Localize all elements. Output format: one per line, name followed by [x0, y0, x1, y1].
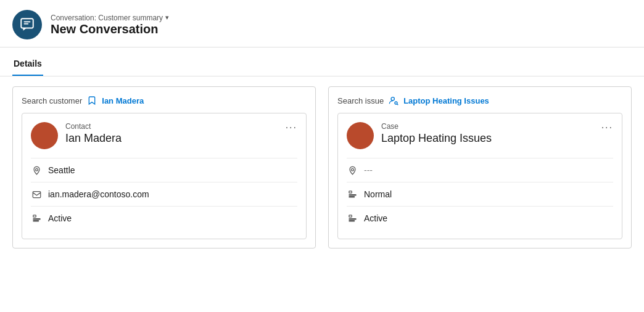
svg-rect-0 [21, 18, 33, 28]
customer-card-header: Contact Ian Madera ··· [31, 122, 297, 149]
customer-field-location: Seattle [31, 158, 297, 182]
customer-card-type: Contact [65, 122, 286, 131]
issue-panel: Search issue Laptop Heating Issues Case … [328, 86, 632, 248]
bookmark-icon [87, 96, 97, 105]
svg-point-3 [35, 168, 38, 171]
customer-card: Contact Ian Madera ··· Seattle [22, 113, 307, 239]
status-icon [347, 213, 358, 224]
svg-rect-4 [33, 191, 41, 197]
customer-panel: Search customer Ian Madera Contact Ian M… [12, 86, 316, 248]
customer-card-more-button[interactable]: ··· [286, 122, 297, 133]
customer-location-value: Seattle [48, 165, 75, 175]
customer-field-status: Active [31, 206, 297, 230]
issue-card-name: Laptop Heating Issues [381, 132, 601, 145]
svg-rect-16 [349, 218, 355, 219]
svg-rect-14 [349, 196, 354, 197]
chevron-down-icon[interactable]: ▾ [165, 14, 169, 22]
header-subtitle: Conversation: Customer summary ▾ [51, 14, 169, 22]
main-content: Search customer Ian Madera Contact Ian M… [0, 76, 644, 258]
svg-rect-17 [349, 220, 354, 221]
issue-field-id: --- [347, 158, 613, 182]
svg-point-11 [351, 168, 353, 171]
customer-status-value: Active [48, 213, 72, 223]
svg-rect-13 [349, 194, 355, 195]
customer-avatar [31, 122, 58, 149]
customer-title-block: Contact Ian Madera [65, 122, 286, 145]
svg-rect-2 [24, 23, 29, 25]
header-text-block: Conversation: Customer summary ▾ New Con… [51, 14, 169, 36]
header-app-icon [12, 10, 42, 39]
issue-status-value: Active [364, 213, 387, 223]
svg-rect-12 [349, 191, 351, 192]
page-title: New Conversation [51, 22, 169, 36]
location-icon [347, 165, 358, 176]
svg-rect-15 [349, 215, 351, 216]
svg-rect-6 [33, 218, 39, 219]
tab-details[interactable]: Details [12, 52, 43, 76]
person-search-icon [389, 96, 398, 105]
customer-search-label: Search customer [22, 96, 82, 105]
issue-search-label: Search issue [337, 96, 384, 105]
conversation-icon [19, 17, 35, 33]
svg-rect-1 [24, 22, 31, 23]
email-icon [31, 189, 42, 200]
customer-search-row: Search customer Ian Madera [22, 96, 307, 105]
issue-card-header: Case Laptop Heating Issues ··· [347, 122, 613, 149]
issue-search-row: Search issue Laptop Heating Issues [337, 96, 622, 105]
svg-point-8 [391, 97, 394, 101]
svg-rect-5 [33, 215, 35, 216]
issue-priority-value: Normal [364, 189, 392, 199]
location-icon [31, 165, 42, 176]
issue-search-value[interactable]: Laptop Heating Issues [403, 96, 489, 105]
issue-card-type: Case [381, 122, 601, 131]
customer-email-value: ian.madera@contoso.com [48, 189, 149, 199]
svg-line-10 [397, 104, 398, 105]
svg-rect-7 [33, 220, 38, 221]
issue-id-value: --- [364, 165, 373, 175]
issue-card-more-button[interactable]: ··· [601, 122, 613, 133]
customer-card-name: Ian Madera [65, 132, 286, 145]
customer-search-value[interactable]: Ian Madera [102, 96, 144, 105]
issue-avatar [347, 122, 374, 149]
priority-icon [347, 189, 358, 200]
issue-field-priority: Normal [347, 182, 613, 206]
customer-field-email: ian.madera@contoso.com [31, 182, 297, 206]
status-icon [31, 213, 42, 224]
svg-point-9 [395, 102, 397, 104]
issue-title-block: Case Laptop Heating Issues [381, 122, 601, 145]
issue-card: Case Laptop Heating Issues ··· --- [337, 113, 622, 239]
issue-field-status: Active [347, 206, 613, 230]
tabs-bar: Details [0, 52, 644, 76]
page-header: Conversation: Customer summary ▾ New Con… [0, 0, 644, 47]
